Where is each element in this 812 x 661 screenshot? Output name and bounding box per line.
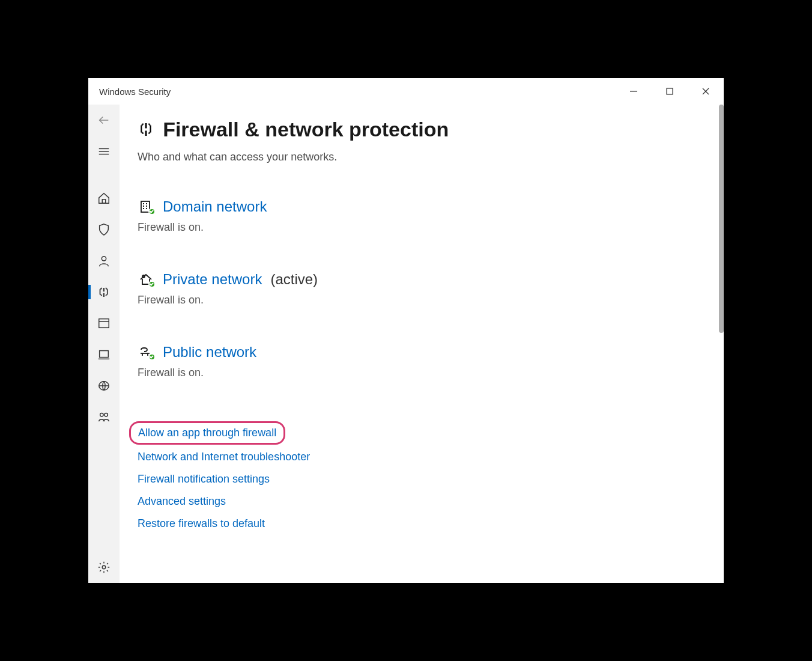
nav-settings[interactable]: [88, 552, 120, 583]
nav-app-browser-control[interactable]: [88, 308, 120, 339]
window-title: Windows Security: [99, 87, 171, 97]
public-network-status: Firewall is on.: [138, 367, 706, 379]
svg-point-14: [100, 413, 104, 417]
advanced-settings-link[interactable]: Advanced settings: [138, 495, 226, 508]
nav-home[interactable]: [88, 183, 120, 214]
page-subtitle: Who and what can access your networks.: [138, 151, 706, 163]
building-icon: [138, 200, 154, 214]
svg-rect-8: [102, 200, 106, 203]
house-icon: [138, 272, 154, 287]
svg-rect-10: [99, 319, 109, 328]
svg-point-15: [105, 413, 108, 417]
app-window: Windows Security: [88, 78, 724, 583]
maximize-button[interactable]: [652, 78, 688, 105]
status-ok-icon: [148, 353, 156, 361]
public-network-section: Public network Firewall is on.: [138, 344, 706, 379]
status-ok-icon: [148, 208, 156, 215]
private-network-link[interactable]: Private network: [163, 271, 262, 288]
minimize-button[interactable]: [616, 78, 652, 105]
allow-app-link[interactable]: Allow an app through firewall: [138, 427, 276, 439]
private-network-status: Firewall is on.: [138, 294, 706, 306]
svg-rect-12: [100, 351, 109, 358]
back-button[interactable]: [88, 105, 120, 136]
close-button[interactable]: [688, 78, 724, 105]
sidebar: ⟮¦⟯: [88, 105, 120, 583]
highlight-annotation: Allow an app through firewall: [129, 421, 285, 445]
active-tag: (active): [270, 271, 318, 288]
window-controls: [616, 78, 724, 105]
nav-device-security[interactable]: [88, 339, 120, 370]
page-title: Firewall & network protection: [163, 118, 449, 141]
content-area: ⟮¦⟯ Firewall & network protection Who an…: [120, 105, 724, 583]
broadcast-icon: ⟮¦⟯: [138, 122, 154, 138]
scrollbar[interactable]: [719, 105, 724, 333]
public-network-link[interactable]: Public network: [163, 344, 256, 361]
svg-point-16: [102, 565, 106, 569]
troubleshooter-link[interactable]: Network and Internet troubleshooter: [138, 451, 310, 463]
nav-account-protection[interactable]: [88, 245, 120, 276]
page-header: ⟮¦⟯ Firewall & network protection: [138, 118, 706, 141]
nav-virus-protection[interactable]: [88, 214, 120, 245]
titlebar: Windows Security: [88, 78, 724, 105]
domain-network-section: Domain network Firewall is on.: [138, 198, 706, 234]
notification-settings-link[interactable]: Firewall notification settings: [138, 473, 270, 486]
domain-network-link[interactable]: Domain network: [163, 198, 267, 215]
nav-firewall[interactable]: ⟮¦⟯: [88, 276, 120, 308]
broadcast-icon: ⟮¦⟯: [97, 286, 111, 298]
body: ⟮¦⟯ ⟮¦⟯ Firewall & network protectio: [88, 105, 724, 583]
bench-icon: [138, 345, 154, 359]
restore-defaults-link[interactable]: Restore firewalls to default: [138, 517, 265, 530]
nav-device-performance[interactable]: [88, 370, 120, 401]
svg-point-9: [102, 257, 106, 261]
domain-network-status: Firewall is on.: [138, 221, 706, 234]
status-ok-icon: [148, 281, 156, 288]
nav-family-options[interactable]: [88, 401, 120, 433]
private-network-section: Private network (active) Firewall is on.: [138, 271, 706, 306]
settings-links: Allow an app through firewall Network an…: [138, 421, 706, 540]
svg-rect-1: [667, 88, 673, 94]
menu-button[interactable]: [88, 136, 120, 167]
